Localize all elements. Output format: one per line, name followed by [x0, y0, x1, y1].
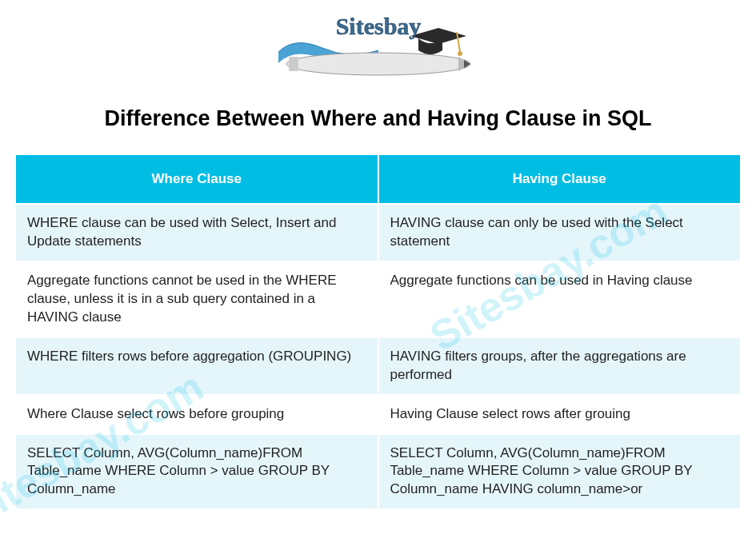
where-cell: WHERE clause can be used with Select, In… [15, 204, 378, 261]
svg-point-0 [286, 53, 470, 75]
logo-text: Sitesbay [335, 13, 421, 39]
having-cell: HAVING clause can only be used with the … [378, 204, 742, 261]
where-cell: Where Clause select rows before grouping [15, 395, 378, 434]
where-cell: Aggregate functions cannot be used in th… [15, 261, 378, 337]
svg-rect-3 [289, 57, 298, 71]
svg-point-6 [458, 51, 462, 56]
where-cell: WHERE filters rows before aggregation (G… [15, 337, 378, 395]
table-row: SELECT Column, AVG(Column_name)FROM Tabl… [15, 434, 741, 510]
table-row: WHERE clause can be used with Select, In… [15, 204, 741, 261]
page-title: Difference Between Where and Having Clau… [0, 106, 756, 131]
having-cell: HAVING filters groups, after the aggrega… [378, 337, 742, 395]
having-cell: Aggregate functions can be used in Havin… [378, 261, 742, 337]
having-cell: SELECT Column, AVG(Column_name)FROM Tabl… [378, 434, 742, 510]
table-row: Aggregate functions cannot be used in th… [15, 261, 741, 337]
table-row: Where Clause select rows before grouping… [15, 395, 741, 434]
where-cell: SELECT Column, AVG(Column_name)FROM Tabl… [15, 434, 378, 510]
table-header-row: Where Clause Having Clause [15, 154, 741, 204]
logo-area: Sitesbay [0, 0, 756, 92]
comparison-table: Where Clause Having Clause WHERE clause … [14, 153, 742, 510]
sitesbay-logo: Sitesbay [274, 12, 482, 84]
comparison-table-wrapper: Sitesbay.com Sitesbay.com Where Clause H… [0, 153, 756, 510]
table-row: WHERE filters rows before aggregation (G… [15, 337, 741, 395]
having-cell: Having Clause select rows after grouing [378, 395, 742, 434]
header-having: Having Clause [378, 154, 742, 204]
header-where: Where Clause [15, 154, 378, 204]
